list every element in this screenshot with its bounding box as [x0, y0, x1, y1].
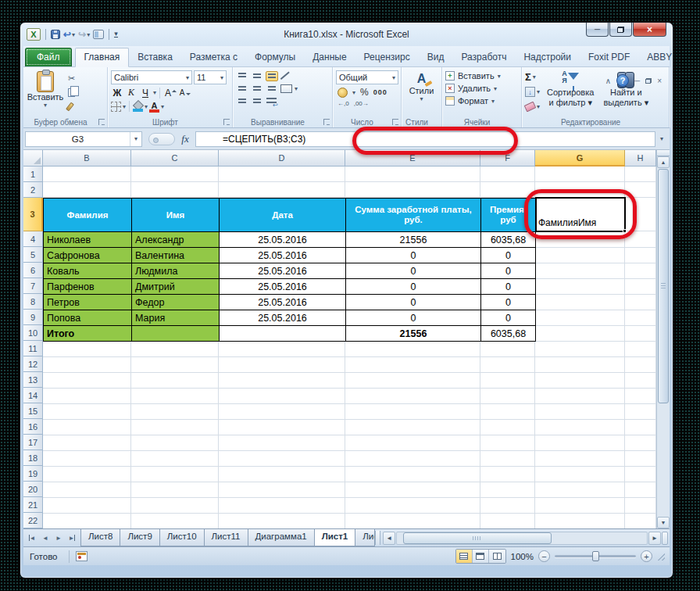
- column-header[interactable]: H: [625, 150, 656, 167]
- row-header[interactable]: 9: [23, 310, 43, 325]
- font-color-dropdown-icon[interactable]: ▾: [161, 103, 164, 110]
- cell-date[interactable]: 25.05.2016: [220, 279, 346, 295]
- zoom-slider-track[interactable]: [555, 555, 636, 557]
- row-header[interactable]: 7: [23, 278, 43, 294]
- row-header[interactable]: 14: [23, 388, 43, 403]
- bold-button[interactable]: Ж: [111, 86, 123, 99]
- cell-surname[interactable]: Парфенов: [44, 279, 132, 295]
- number-dialog-launcher[interactable]: [392, 119, 398, 125]
- ribbon-tab[interactable]: Foxit PDF: [580, 48, 638, 66]
- first-sheet-button[interactable]: ◄: [26, 532, 38, 545]
- cell-bonus[interactable]: 0: [481, 248, 536, 263]
- maximize-button[interactable]: [609, 23, 632, 37]
- horizontal-scroll-thumb[interactable]: [403, 532, 552, 544]
- cell-bonus[interactable]: 0: [481, 295, 536, 310]
- scroll-left-button[interactable]: ◄: [383, 532, 395, 545]
- cell-bonus[interactable]: 0: [481, 263, 536, 279]
- cell-total-name[interactable]: [132, 326, 220, 342]
- insert-function-button[interactable]: fx: [175, 133, 195, 145]
- cell-surname[interactable]: Коваль: [44, 263, 132, 279]
- cell-salary[interactable]: 0: [346, 248, 481, 263]
- shrink-font-button[interactable]: А: [177, 86, 190, 99]
- zoom-in-button[interactable]: +: [641, 550, 652, 562]
- decrease-decimal-button[interactable]: ,00→: [354, 100, 369, 107]
- row-header[interactable]: 6: [23, 263, 43, 278]
- merge-dropdown-icon[interactable]: ▾: [295, 85, 298, 92]
- workbook-minimize-button[interactable]: ─: [634, 77, 640, 85]
- sheet-tab[interactable]: Лис: [355, 529, 375, 546]
- ribbon-tab[interactable]: Данные: [304, 48, 355, 66]
- ribbon-tab[interactable]: Вид: [419, 48, 453, 66]
- scroll-right-button[interactable]: ►: [648, 532, 661, 545]
- sheet-tab[interactable]: Лист9: [120, 529, 159, 546]
- paste-button[interactable]: Вставить ▾: [27, 70, 64, 115]
- grow-font-button[interactable]: А: [163, 86, 176, 99]
- format-cells-button[interactable]: Формат ▾: [445, 96, 518, 106]
- ribbon-tab[interactable]: Файл: [25, 48, 72, 66]
- ribbon-tab[interactable]: ABBYY PDF: [638, 48, 673, 66]
- column-header[interactable]: D: [219, 150, 345, 167]
- ribbon-tab[interactable]: Рецензирс: [355, 48, 419, 66]
- clipboard-dialog-launcher[interactable]: [98, 119, 105, 125]
- cell-surname[interactable]: Петров: [44, 295, 132, 310]
- name-box-dropdown-icon[interactable]: ▾: [130, 132, 141, 146]
- row-header[interactable]: 18: [23, 450, 43, 466]
- name-box[interactable]: G3 ▾: [25, 131, 142, 147]
- row-header[interactable]: 21: [23, 497, 43, 513]
- cell-name[interactable]: Валентина: [132, 248, 220, 263]
- expand-formula-bar-icon[interactable]: ▾: [655, 135, 668, 142]
- styles-button[interactable]: Стили: [409, 86, 434, 95]
- wrap-text-button[interactable]: [266, 96, 277, 106]
- sheet-tab[interactable]: Лист1: [314, 529, 356, 546]
- minimize-button[interactable]: ─: [586, 23, 609, 37]
- cell-bonus[interactable]: 6035,68: [481, 232, 536, 248]
- underline-button[interactable]: Ч: [139, 86, 152, 99]
- zoom-level[interactable]: 100%: [511, 552, 534, 561]
- clear-button[interactable]: ▾: [525, 100, 540, 113]
- ribbon-tab[interactable]: Главная: [75, 48, 130, 67]
- font-size-combo[interactable]: 11 ▾: [194, 70, 227, 84]
- styles-dropdown-icon[interactable]: ▾: [420, 95, 423, 102]
- collapse-ribbon-icon[interactable]: ∧: [605, 77, 611, 85]
- row-header[interactable]: 16: [23, 419, 43, 435]
- cell-salary[interactable]: 0: [346, 263, 481, 279]
- vertical-scroll-track[interactable]: [657, 404, 670, 517]
- cell-salary[interactable]: 21556: [346, 232, 481, 248]
- row-header[interactable]: 10: [23, 325, 43, 341]
- table-header-cell[interactable]: Сумма заработной платы, руб.: [346, 199, 481, 232]
- cell-salary[interactable]: 0: [346, 295, 481, 310]
- number-format-combo[interactable]: Общий ▾: [336, 70, 398, 84]
- cell-date[interactable]: 25.05.2016: [220, 295, 346, 310]
- cell-salary[interactable]: 0: [346, 310, 481, 326]
- next-sheet-button[interactable]: ►: [52, 532, 65, 545]
- ribbon-tab[interactable]: Надстройи: [515, 48, 580, 66]
- cell-name[interactable]: Людмила: [132, 263, 220, 279]
- row-header[interactable]: 13: [23, 372, 43, 388]
- ribbon-tab[interactable]: Вставка: [129, 48, 181, 66]
- row-header[interactable]: 1: [23, 167, 43, 182]
- vertical-scrollbar[interactable]: ▲ ▼: [656, 150, 670, 528]
- workbook-restore-button[interactable]: [645, 78, 652, 84]
- borders-dropdown-icon[interactable]: ▾: [123, 103, 126, 110]
- align-right-button[interactable]: [266, 84, 278, 94]
- underline-dropdown-icon[interactable]: ▾: [153, 89, 156, 96]
- cell-date[interactable]: 25.05.2016: [220, 248, 346, 263]
- row-header[interactable]: 12: [23, 356, 43, 372]
- format-painter-button[interactable]: [68, 101, 82, 113]
- tab-split-handle[interactable]: [375, 531, 380, 545]
- page-layout-view-button[interactable]: [473, 550, 489, 563]
- comma-style-button[interactable]: 000: [373, 88, 388, 96]
- page-break-view-button[interactable]: [489, 550, 505, 563]
- cell-salary[interactable]: 0: [346, 279, 481, 295]
- table-header-cell[interactable]: Дата: [220, 199, 346, 232]
- font-dialog-launcher[interactable]: [223, 119, 230, 125]
- select-all-button[interactable]: [23, 150, 43, 167]
- cell-total-bonus[interactable]: 6035,68: [481, 326, 536, 342]
- ribbon-tab[interactable]: Разработч: [452, 48, 515, 66]
- close-button[interactable]: ×: [633, 23, 666, 37]
- column-header[interactable]: B: [43, 150, 131, 167]
- cell-date[interactable]: 25.05.2016: [220, 263, 346, 279]
- formula-input[interactable]: =СЦЕПИТЬ(B3;C3): [195, 131, 655, 147]
- cell-name[interactable]: Мария: [132, 310, 220, 326]
- vertical-scroll-thumb[interactable]: [658, 169, 669, 403]
